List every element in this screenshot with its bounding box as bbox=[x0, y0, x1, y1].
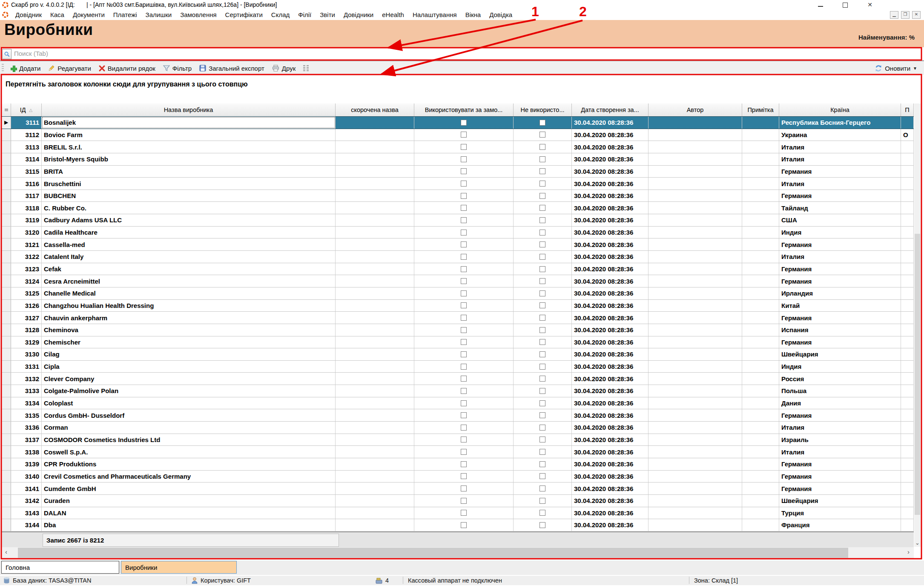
table-row-3132[interactable]: 3132Clever Company30.04.2020 08:28:36Рос… bbox=[2, 373, 914, 385]
toolbar-grip-handle[interactable] bbox=[2, 64, 4, 72]
menu-item-Філії[interactable]: Філії bbox=[294, 11, 316, 18]
not-use-checkbox[interactable] bbox=[539, 181, 545, 187]
table-row-3140[interactable]: 3140Crevil Cosmetics and Pharmaceuticals… bbox=[2, 471, 914, 483]
use-by-default-checkbox[interactable] bbox=[461, 217, 467, 223]
group-by-panel[interactable]: Перетягніть заголовок колонки сюди для у… bbox=[2, 75, 913, 103]
table-row-3120[interactable]: 3120Cadila Healthcare30.04.2020 08:28:36… bbox=[2, 227, 914, 239]
table-row-3136[interactable]: 3136Corman30.04.2020 08:28:36Италия bbox=[2, 422, 914, 434]
column-header-p[interactable]: П bbox=[901, 103, 914, 116]
table-row-3119[interactable]: 3119Cadbury Adams USA LLC30.04.2020 08:2… bbox=[2, 214, 914, 227]
refresh-dropdown-caret-icon[interactable]: ▼ bbox=[913, 66, 917, 71]
menu-item-Замовлення[interactable]: Замовлення bbox=[176, 11, 221, 18]
use-by-default-checkbox[interactable] bbox=[461, 132, 467, 138]
use-by-default-checkbox[interactable] bbox=[461, 339, 467, 345]
export-button[interactable]: Загальний експорт bbox=[195, 62, 268, 74]
not-use-checkbox[interactable] bbox=[539, 193, 545, 199]
not-use-checkbox[interactable] bbox=[539, 376, 545, 382]
print-button[interactable]: Друк bbox=[268, 62, 299, 74]
use-by-default-checkbox[interactable] bbox=[461, 400, 467, 406]
not-use-checkbox[interactable] bbox=[539, 217, 545, 223]
not-use-checkbox[interactable] bbox=[539, 144, 545, 150]
not-use-checkbox[interactable] bbox=[539, 437, 545, 442]
table-row-3117[interactable]: 3117BUBCHEN30.04.2020 08:28:36Германия bbox=[2, 190, 914, 202]
use-by-default-checkbox[interactable] bbox=[461, 364, 467, 370]
not-use-checkbox[interactable] bbox=[539, 254, 545, 260]
not-use-checkbox[interactable] bbox=[539, 278, 545, 284]
not-use-checkbox[interactable] bbox=[539, 412, 545, 418]
menu-item-Документи[interactable]: Документи bbox=[69, 11, 109, 18]
not-use-checkbox[interactable] bbox=[539, 339, 545, 345]
scroll-left-arrow-icon[interactable]: ‹ bbox=[5, 548, 7, 555]
table-row-3134[interactable]: 3134Coloplast30.04.2020 08:28:36Дания bbox=[2, 397, 914, 410]
horizontal-scrollbar[interactable]: ‹ › bbox=[2, 547, 914, 558]
use-by-default-checkbox[interactable] bbox=[461, 230, 467, 236]
table-row-3116[interactable]: 3116Bruschettini30.04.2020 08:28:36Итали… bbox=[2, 178, 914, 190]
delete-row-button[interactable]: Видалити рядок bbox=[95, 62, 159, 74]
search-icon[interactable] bbox=[2, 49, 11, 59]
not-use-checkbox[interactable] bbox=[539, 510, 545, 516]
use-by-default-checkbox[interactable] bbox=[461, 254, 467, 260]
use-by-default-checkbox[interactable] bbox=[461, 278, 467, 284]
scroll-down-arrow-icon[interactable]: ⌄ bbox=[915, 540, 920, 546]
not-use-checkbox[interactable] bbox=[539, 266, 545, 272]
not-use-checkbox[interactable] bbox=[539, 351, 545, 357]
column-header-country[interactable]: Країна bbox=[779, 103, 901, 116]
not-use-checkbox[interactable] bbox=[539, 302, 545, 308]
not-use-checkbox[interactable] bbox=[539, 168, 545, 174]
use-by-default-checkbox[interactable] bbox=[461, 388, 467, 394]
table-row-3143[interactable]: 3143DALAN30.04.2020 08:28:36Турция bbox=[2, 507, 914, 520]
table-row-3137[interactable]: 3137COSMODOR Cosmetics Industries Ltd30.… bbox=[2, 434, 914, 446]
refresh-button[interactable]: Оновити ▼ bbox=[875, 65, 924, 72]
use-by-default-checkbox[interactable] bbox=[461, 205, 467, 211]
table-row-3118[interactable]: 3118C. Rubber Co.30.04.2020 08:28:36Тайл… bbox=[2, 202, 914, 214]
tab-holovna[interactable]: Головна bbox=[1, 561, 119, 574]
use-by-default-checkbox[interactable] bbox=[461, 510, 467, 516]
menu-item-Довідка[interactable]: Довідка bbox=[485, 11, 517, 18]
not-use-checkbox[interactable] bbox=[539, 132, 545, 138]
use-by-default-checkbox[interactable] bbox=[461, 485, 467, 491]
mdi-close-button[interactable]: ✕ bbox=[912, 11, 921, 19]
use-by-default-checkbox[interactable] bbox=[461, 412, 467, 418]
column-header-id[interactable]: ІД△ bbox=[11, 103, 42, 116]
use-by-default-checkbox[interactable] bbox=[461, 498, 467, 504]
use-by-default-checkbox[interactable] bbox=[461, 461, 467, 467]
table-row-3139[interactable]: 3139CPR Produktions30.04.2020 08:28:36Ге… bbox=[2, 458, 914, 471]
filter-button[interactable]: Фільтр bbox=[159, 62, 195, 74]
not-use-checkbox[interactable] bbox=[539, 449, 545, 455]
table-row-3135[interactable]: 3135Cordus GmbH- Dusseldorf30.04.2020 08… bbox=[2, 409, 914, 422]
use-by-default-checkbox[interactable] bbox=[461, 302, 467, 308]
not-use-checkbox[interactable] bbox=[539, 388, 545, 394]
menu-item-Склад[interactable]: Склад bbox=[267, 11, 294, 18]
column-header-note[interactable]: Примітка bbox=[742, 103, 779, 116]
menu-item-Каса[interactable]: Каса bbox=[46, 11, 69, 18]
menu-item-Довідники[interactable]: Довідники bbox=[339, 11, 378, 18]
column-header-short[interactable]: скорочена назва bbox=[336, 103, 414, 116]
table-row-3142[interactable]: 3142Curaden30.04.2020 08:28:36Швейцария bbox=[2, 495, 914, 507]
use-by-default-checkbox[interactable] bbox=[461, 315, 467, 321]
menu-item-Залишки[interactable]: Залишки bbox=[141, 11, 176, 18]
table-row-3125[interactable]: 3125Chanelle Medical30.04.2020 08:28:36И… bbox=[2, 287, 914, 300]
scroll-right-arrow-icon[interactable]: › bbox=[907, 548, 910, 555]
not-use-checkbox[interactable] bbox=[539, 522, 545, 528]
use-by-default-checkbox[interactable] bbox=[461, 473, 467, 479]
not-use-checkbox[interactable] bbox=[539, 315, 545, 321]
table-row-3121[interactable]: 3121Cassella-med30.04.2020 08:28:36Герма… bbox=[2, 238, 914, 251]
use-by-default-checkbox[interactable] bbox=[461, 120, 467, 126]
not-use-checkbox[interactable] bbox=[539, 230, 545, 236]
column-header-use[interactable]: Використовувати за замо... bbox=[414, 103, 514, 116]
use-by-default-checkbox[interactable] bbox=[461, 156, 467, 162]
header-grip-icon[interactable] bbox=[2, 103, 11, 116]
vertical-scrollbar[interactable]: ⌄ bbox=[914, 103, 921, 547]
not-use-checkbox[interactable] bbox=[539, 156, 545, 162]
table-row-3141[interactable]: 3141Cumdente GmbH30.04.2020 08:28:36Герм… bbox=[2, 483, 914, 495]
column-header-date[interactable]: Дата створення за... bbox=[572, 103, 649, 116]
table-row-3127[interactable]: 3127Chauvin ankerpharm30.04.2020 08:28:3… bbox=[2, 312, 914, 324]
mdi-restore-button[interactable]: ❐ bbox=[901, 11, 910, 19]
tab-vyrobnyky[interactable]: Виробники bbox=[121, 561, 237, 574]
menu-item-eHealth[interactable]: eHealth bbox=[378, 11, 408, 18]
use-by-default-checkbox[interactable] bbox=[461, 144, 467, 150]
use-by-default-checkbox[interactable] bbox=[461, 181, 467, 187]
table-row-3130[interactable]: 3130Cilag30.04.2020 08:28:36Швейцария bbox=[2, 348, 914, 361]
columns-button[interactable] bbox=[299, 62, 313, 74]
not-use-checkbox[interactable] bbox=[539, 425, 545, 431]
